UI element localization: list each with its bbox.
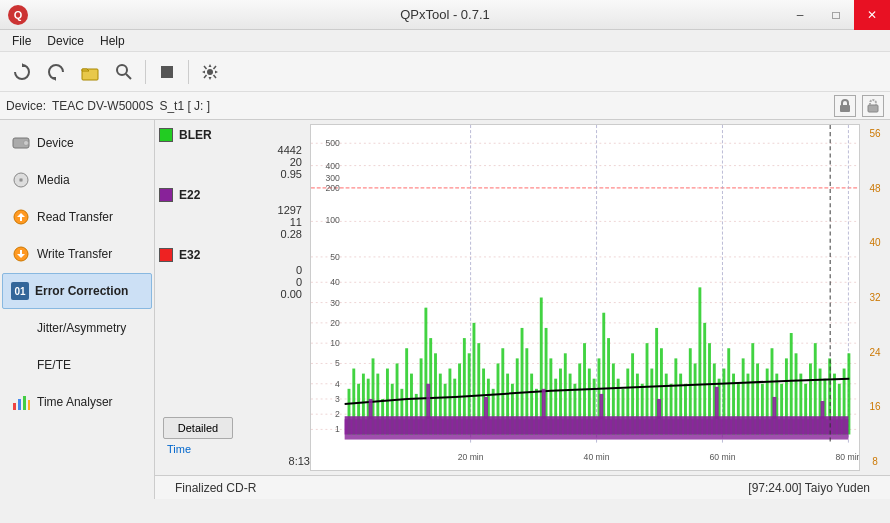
title-bar: Q QPxTool - 0.7.1 – □ ✕ [0, 0, 890, 30]
error-correction-badge: 01 [11, 282, 29, 300]
sidebar-label-read-transfer: Read Transfer [37, 210, 113, 224]
svg-text:500: 500 [325, 138, 339, 148]
toolbar-separator2 [188, 60, 189, 84]
e22-stat-avg: 11 [159, 216, 310, 228]
e22-color [159, 188, 173, 202]
status-left: Finalized CD-R [175, 481, 256, 495]
menu-file[interactable]: File [4, 32, 39, 50]
device-bar: Device: TEAC DV-W5000S S_t1 [ J: ] [0, 92, 890, 120]
sidebar-item-fe-te[interactable]: FE/TE [2, 347, 152, 383]
maximize-button[interactable]: □ [818, 0, 854, 30]
device-icon [11, 133, 31, 153]
svg-rect-174 [599, 394, 603, 419]
sidebar-label-device: Device [37, 136, 74, 150]
chart-left-panel: BLER 4442 20 0.95 E22 [155, 124, 310, 471]
sidebar-label-fe-te: FE/TE [37, 358, 71, 372]
svg-rect-177 [772, 397, 776, 419]
svg-rect-171 [426, 384, 430, 420]
device-name: TEAC DV-W5000S [52, 99, 153, 113]
folder-button[interactable] [74, 56, 106, 88]
right-axis-32: 32 [860, 292, 890, 303]
sidebar-label-time-analyser: Time Analyser [37, 395, 113, 409]
menu-device[interactable]: Device [39, 32, 92, 50]
window-controls: – □ ✕ [782, 0, 890, 30]
menu-help[interactable]: Help [92, 32, 133, 50]
svg-text:40 min: 40 min [584, 452, 610, 462]
time-value: 8:13 [163, 455, 310, 467]
sidebar-item-write-transfer[interactable]: Write Transfer [2, 236, 152, 272]
sidebar-item-media[interactable]: Media [2, 162, 152, 198]
device-label: Device: [6, 99, 46, 113]
minimize-button[interactable]: – [782, 0, 818, 30]
stop-button[interactable] [151, 56, 183, 88]
svg-text:80 min: 80 min [835, 452, 859, 462]
svg-rect-8 [868, 105, 878, 112]
svg-rect-19 [28, 400, 30, 410]
settings-icon [200, 62, 220, 82]
bler-legend: BLER 4442 20 0.95 [159, 128, 310, 180]
bler-stat-cur: 0.95 [159, 168, 310, 180]
menu-bar: File Device Help [0, 30, 890, 52]
bler-color [159, 128, 173, 142]
svg-text:5: 5 [335, 358, 340, 368]
e32-stat-avg: 0 [159, 276, 310, 288]
close-button[interactable]: ✕ [854, 0, 890, 30]
sidebar-label-write-transfer: Write Transfer [37, 247, 112, 261]
content-area: BLER 4442 20 0.95 E22 [155, 120, 890, 499]
zoom-button[interactable] [108, 56, 140, 88]
svg-rect-178 [821, 401, 825, 419]
svg-rect-132 [698, 287, 701, 434]
sidebar-label-media: Media [37, 173, 70, 187]
bler-stat-max: 4442 [159, 144, 310, 156]
back-button[interactable] [40, 56, 72, 88]
detailed-button[interactable]: Detailed [163, 417, 233, 439]
e22-label: E22 [179, 188, 200, 202]
svg-rect-18 [23, 396, 26, 410]
sidebar-item-device[interactable]: Device [2, 125, 152, 161]
folder-icon [80, 62, 100, 82]
right-axis-48: 48 [860, 183, 890, 194]
e22-stat-max: 1297 [159, 204, 310, 216]
svg-rect-5 [161, 66, 173, 78]
svg-text:20: 20 [330, 318, 340, 328]
device-unlock-button[interactable] [862, 95, 884, 117]
svg-text:10: 10 [330, 338, 340, 348]
sidebar-item-read-transfer[interactable]: Read Transfer [2, 199, 152, 235]
bler-legend-item: BLER [159, 128, 310, 142]
sidebar-item-jitter-asymmetry[interactable]: Jitter/Asymmetry [2, 310, 152, 346]
app-icon: Q [8, 5, 28, 25]
right-axis-8: 8 [860, 456, 890, 467]
e32-label: E32 [179, 248, 200, 262]
svg-point-6 [207, 69, 213, 75]
svg-text:2: 2 [335, 409, 340, 419]
unlock-icon [866, 99, 880, 113]
svg-rect-175 [657, 399, 661, 419]
zoom-icon [114, 62, 134, 82]
media-icon [11, 170, 31, 190]
svg-text:30: 30 [330, 297, 340, 307]
sidebar-item-error-correction[interactable]: 01 Error Correction [2, 273, 152, 309]
device-slot: S_t1 [ J: ] [159, 99, 210, 113]
toolbar-separator [145, 60, 146, 84]
svg-text:40: 40 [330, 277, 340, 287]
svg-rect-7 [840, 105, 850, 112]
bler-label: BLER [179, 128, 212, 142]
svg-text:60 min: 60 min [710, 452, 736, 462]
svg-point-10 [24, 141, 29, 146]
e22-legend: E22 1297 11 0.28 [159, 188, 310, 240]
status-bar: Finalized CD-R [97:24.00] Taiyo Yuden [155, 475, 890, 499]
window-title: QPxTool - 0.7.1 [400, 7, 490, 22]
svg-text:200: 200 [325, 183, 339, 193]
bler-stat-avg: 20 [159, 156, 310, 168]
settings-button[interactable] [194, 56, 226, 88]
svg-line-4 [126, 74, 131, 79]
svg-text:3: 3 [335, 394, 340, 404]
device-lock-button[interactable] [834, 95, 856, 117]
right-axis-40: 40 [860, 237, 890, 248]
jitter-icon [11, 318, 31, 338]
svg-rect-173 [542, 389, 546, 419]
refresh-button[interactable] [6, 56, 38, 88]
time-analyser-icon [11, 392, 31, 412]
chart-plot-area: 500 400 300 200 100 50 40 30 20 10 5 4 3… [310, 124, 860, 471]
sidebar-item-time-analyser[interactable]: Time Analyser [2, 384, 152, 420]
